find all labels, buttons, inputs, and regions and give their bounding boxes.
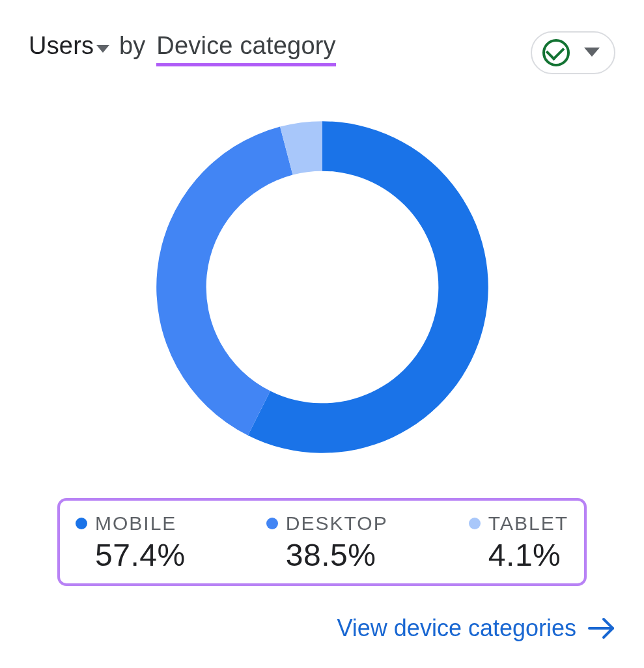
legend-bullet [469,518,481,529]
caret-down-icon [96,31,109,61]
metric-label: Users [29,31,94,61]
legend: MOBILE 57.4% DESKTOP 38.5% TABLET 4.1% [57,498,587,586]
by-label: by [119,32,146,59]
card-title: Users by Device category [29,31,336,61]
legend-item-tablet: TABLET 4.1% [469,512,568,573]
metric-selector[interactable]: Users [29,31,109,61]
legend-item-mobile: MOBILE 57.4% [76,512,186,573]
legend-label: DESKTOP [286,512,388,535]
dimension-label: Device category [156,32,335,66]
footer-link-label: View device categories [337,615,576,642]
device-category-card: Users by Device category MOBILE [0,0,644,668]
view-device-categories-link[interactable]: View device categories [337,615,615,642]
legend-value: 4.1% [469,537,568,573]
check-circle-icon [542,39,570,66]
caret-down-icon [584,48,600,58]
legend-label: TABLET [488,512,568,535]
card-header: Users by Device category [29,31,615,74]
legend-value: 38.5% [266,537,388,573]
donut-svg [153,118,492,456]
legend-bullet [266,518,278,529]
legend-label: MOBILE [95,512,176,535]
donut-chart [29,87,615,486]
status-dropdown[interactable] [531,31,615,74]
legend-item-desktop: DESKTOP 38.5% [266,512,388,573]
donut-slice [156,126,292,435]
legend-bullet [76,518,87,529]
legend-value: 57.4% [76,537,186,573]
arrow-right-icon [588,617,615,639]
